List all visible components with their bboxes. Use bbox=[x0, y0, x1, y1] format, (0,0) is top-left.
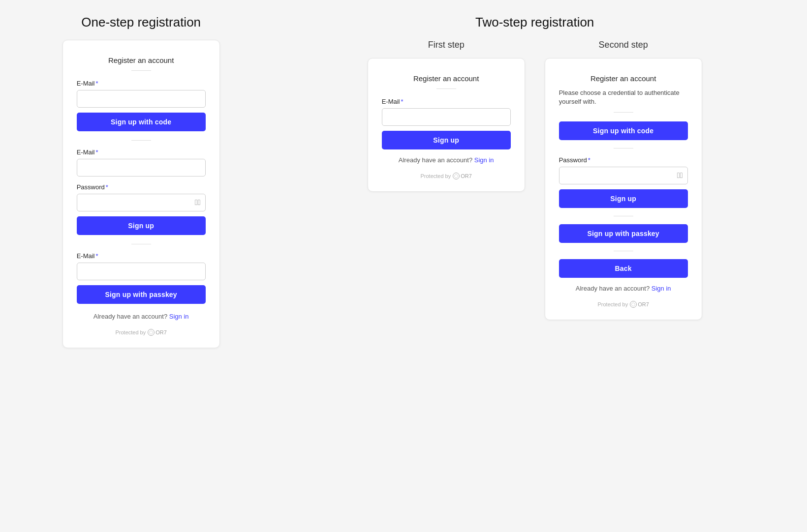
second-step-sep-1 bbox=[614, 148, 633, 148]
one-step-email-label-3: E-Mail* bbox=[77, 252, 206, 260]
second-step-back-button[interactable]: Back bbox=[559, 259, 688, 278]
two-step-columns: First step Register an account E-Mail* S… bbox=[368, 40, 702, 320]
one-step-signup-button[interactable]: Sign up bbox=[77, 216, 206, 235]
first-step-sign-in-link[interactable]: Sign in bbox=[474, 156, 494, 164]
first-step-email-input[interactable] bbox=[382, 108, 511, 126]
one-step-sign-in-link[interactable]: Sign in bbox=[169, 313, 189, 320]
second-step-signup-button[interactable]: Sign up bbox=[559, 189, 688, 208]
second-step-protected-footer: Protected by ◯ OR7 bbox=[559, 301, 688, 308]
one-step-section-code: E-Mail* Sign up with code bbox=[77, 80, 206, 131]
first-step-email-section: E-Mail* Sign up bbox=[382, 98, 511, 149]
one-step-card: Register an account E-Mail* Sign up with… bbox=[62, 40, 220, 348]
second-step-signup-passkey-button[interactable]: Sign up with passkey bbox=[559, 224, 688, 243]
two-step-column: Two-step registration First step Registe… bbox=[272, 15, 797, 348]
second-step-or7-logo: ◯ OR7 bbox=[630, 301, 649, 308]
one-step-signup-code-button[interactable]: Sign up with code bbox=[77, 113, 206, 131]
second-step-card-title: Register an account bbox=[559, 74, 688, 83]
one-step-title: One-step registration bbox=[81, 15, 201, 30]
page-layout: One-step registration Register an accoun… bbox=[10, 15, 797, 348]
toggle-password-icon[interactable]: 👁⃠ bbox=[195, 198, 201, 207]
divider-1 bbox=[131, 70, 151, 71]
second-step-sign-in-link[interactable]: Sign in bbox=[652, 285, 671, 292]
first-step-or7-logo: ◯ OR7 bbox=[453, 173, 472, 179]
first-step-sub: First step Register an account E-Mail* S… bbox=[368, 40, 525, 192]
separator-2 bbox=[131, 244, 151, 244]
required-star-4: * bbox=[96, 252, 98, 260]
second-step-card-subtitle: Please choose a credential to authentica… bbox=[559, 89, 688, 106]
second-step-sub: Second step Register an account Please c… bbox=[545, 40, 702, 320]
second-step-password-label: Password* bbox=[559, 156, 688, 164]
one-step-email-input-1[interactable] bbox=[77, 90, 206, 108]
second-step-signup-code-button[interactable]: Sign up with code bbox=[559, 121, 688, 140]
separator-1 bbox=[131, 140, 151, 141]
one-step-signup-passkey-button[interactable]: Sign up with passkey bbox=[77, 285, 206, 304]
or7-icon: ◯ bbox=[148, 329, 155, 336]
one-step-card-title: Register an account bbox=[77, 56, 206, 64]
first-step-or7-icon: ◯ bbox=[453, 173, 460, 179]
first-step-card: Register an account E-Mail* Sign up Alre… bbox=[368, 58, 525, 192]
one-step-protected-footer: Protected by ◯ OR7 bbox=[77, 329, 206, 336]
or7-logo: ◯ OR7 bbox=[148, 329, 167, 336]
first-step-divider bbox=[436, 89, 456, 89]
required-star-2: * bbox=[96, 148, 98, 156]
required-star-6: * bbox=[588, 156, 590, 164]
one-step-section-passkey: E-Mail* Sign up with passkey bbox=[77, 252, 206, 304]
second-step-already-account: Already have an account? Sign in bbox=[559, 285, 688, 292]
one-step-email-label-2: E-Mail* bbox=[77, 148, 206, 156]
required-star: * bbox=[96, 80, 98, 87]
one-step-column: One-step registration Register an accoun… bbox=[10, 15, 272, 348]
first-step-already-account: Already have an account? Sign in bbox=[382, 156, 511, 164]
first-step-protected-footer: Protected by ◯ OR7 bbox=[382, 173, 511, 179]
second-step-subtitle: Second step bbox=[599, 40, 648, 50]
required-star-5: * bbox=[401, 98, 404, 105]
one-step-email-input-2[interactable] bbox=[77, 159, 206, 177]
second-step-password-input[interactable] bbox=[559, 167, 688, 184]
first-step-email-label: E-Mail* bbox=[382, 98, 511, 105]
one-step-password-wrapper: 👁⃠ bbox=[77, 194, 206, 211]
one-step-password-label: Password* bbox=[77, 183, 206, 191]
second-step-sep-2 bbox=[614, 216, 633, 216]
one-step-email-input-3[interactable] bbox=[77, 263, 206, 280]
required-star-3: * bbox=[106, 183, 108, 191]
second-step-or7-icon: ◯ bbox=[630, 301, 637, 308]
first-step-signup-button[interactable]: Sign up bbox=[382, 131, 511, 149]
one-step-already-account: Already have an account? Sign in bbox=[77, 313, 206, 320]
second-step-divider bbox=[614, 112, 633, 113]
one-step-section-password: E-Mail* Password* 👁⃠ Sign up bbox=[77, 148, 206, 235]
second-step-password-wrapper: 👁⃠ bbox=[559, 167, 688, 184]
second-step-card: Register an account Please choose a cred… bbox=[545, 58, 702, 320]
second-step-password-section: Password* 👁⃠ Sign up bbox=[559, 156, 688, 208]
one-step-password-input[interactable] bbox=[77, 194, 206, 211]
second-step-sep-3 bbox=[614, 251, 633, 251]
first-step-subtitle: First step bbox=[428, 40, 465, 50]
first-step-card-title: Register an account bbox=[382, 74, 511, 83]
second-step-toggle-password-icon[interactable]: 👁⃠ bbox=[677, 171, 683, 180]
one-step-email-label-1: E-Mail* bbox=[77, 80, 206, 87]
two-step-title: Two-step registration bbox=[475, 15, 594, 30]
